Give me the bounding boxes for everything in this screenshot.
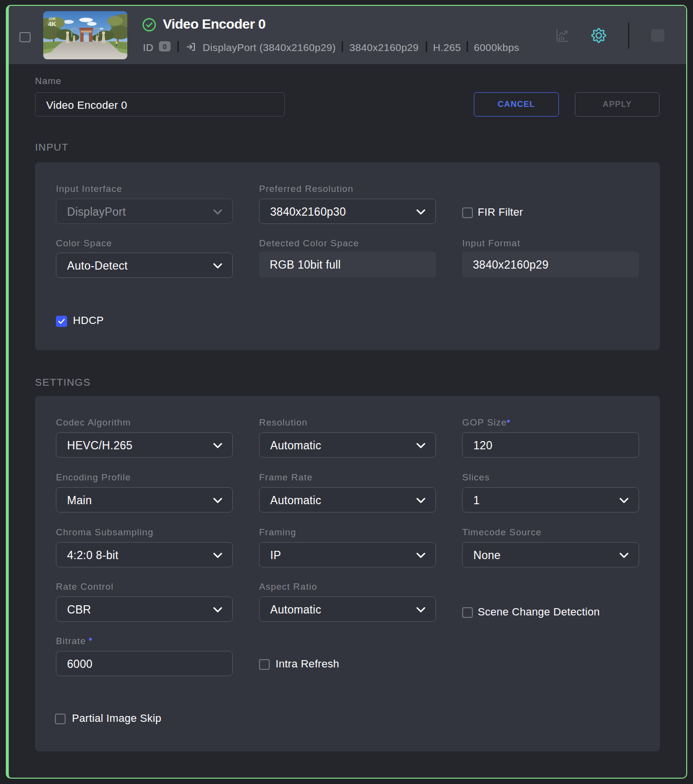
svg-text:2160: 2160 — [49, 17, 56, 20]
svg-text:4K: 4K — [48, 20, 56, 28]
